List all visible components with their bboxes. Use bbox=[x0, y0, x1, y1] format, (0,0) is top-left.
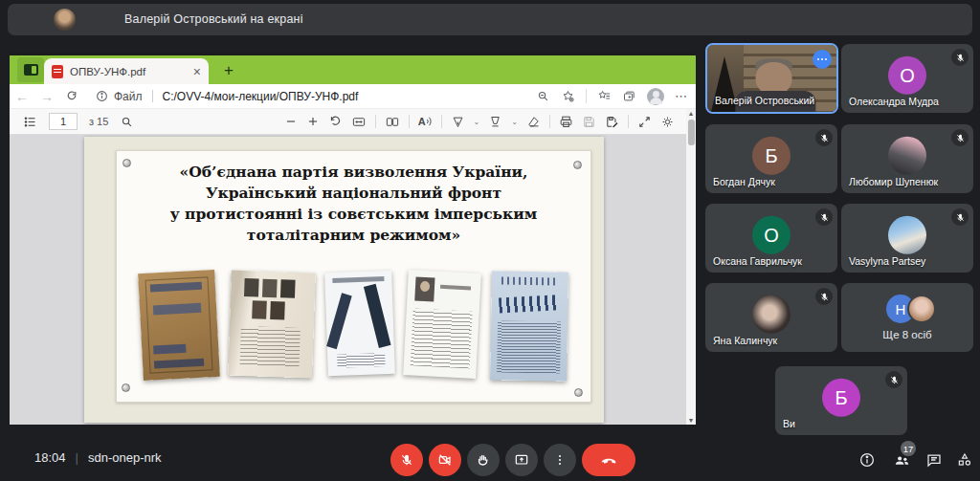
toolbar-divider bbox=[375, 115, 376, 128]
participant-name: Богдан Дячук bbox=[713, 176, 775, 187]
photo-typewritten-blue-page bbox=[490, 271, 568, 381]
scroll-up-icon[interactable]: ▲ bbox=[686, 110, 696, 117]
photo-publications-collage-page bbox=[324, 271, 395, 376]
pdf-settings-gear-icon[interactable] bbox=[660, 115, 675, 129]
new-tab-button[interactable]: + bbox=[218, 60, 239, 81]
rotate-icon[interactable] bbox=[328, 115, 343, 129]
participant-tile[interactable]: О Олександра Мудра bbox=[841, 44, 973, 113]
zoom-search-icon[interactable] bbox=[536, 89, 550, 103]
participant-tile[interactable]: Любомир Шупенюк bbox=[841, 124, 973, 193]
end-call-button[interactable] bbox=[582, 444, 635, 476]
draw-pen-icon[interactable] bbox=[451, 115, 465, 129]
mic-off-icon bbox=[815, 129, 833, 146]
zoom-out-icon[interactable] bbox=[284, 115, 298, 128]
participant-tile[interactable]: Vasylyna Partsey bbox=[841, 204, 973, 273]
mic-toggle-button[interactable] bbox=[390, 444, 423, 476]
scrollbar-thumb[interactable] bbox=[688, 120, 695, 145]
presenting-banner-text: Валерій Островський на екрані bbox=[124, 12, 303, 26]
tab-close-icon[interactable]: × bbox=[193, 65, 201, 78]
avatar-initial: Б bbox=[752, 137, 791, 175]
collections-icon[interactable] bbox=[622, 89, 636, 103]
overflow-participants-tile[interactable]: Н Ще 8 осіб bbox=[841, 283, 973, 352]
activities-button[interactable] bbox=[954, 449, 975, 470]
meeting-code: sdn-onep-nrk bbox=[88, 450, 162, 465]
participant-name: Оксана Гаврильчук bbox=[713, 255, 802, 267]
camera-toggle-button[interactable] bbox=[429, 444, 461, 476]
presenter-avatar bbox=[54, 9, 76, 31]
present-screen-button[interactable] bbox=[505, 444, 538, 476]
zoom-in-icon[interactable] bbox=[306, 115, 320, 128]
pdf-file-icon bbox=[52, 65, 63, 78]
browser-tab-bar: ОПВУ-УНФ.pdf × + bbox=[10, 55, 696, 84]
toolbar-divider bbox=[586, 89, 587, 103]
workspaces-button[interactable] bbox=[17, 57, 44, 82]
pushpin-icon bbox=[573, 161, 582, 169]
participant-tile[interactable]: Б Богдан Дячук bbox=[705, 124, 837, 193]
page-view-icon[interactable] bbox=[385, 115, 400, 129]
overflow-avatar-pair: Н bbox=[886, 295, 928, 323]
read-aloud-button[interactable]: A bbox=[418, 116, 433, 127]
participants-count-badge: 17 bbox=[901, 441, 916, 456]
participant-tile-presenter[interactable]: Валерій Островський bbox=[705, 43, 838, 114]
mic-off-icon bbox=[885, 371, 902, 388]
highlight-options-chevron-icon[interactable]: ⌄ bbox=[511, 118, 518, 126]
participants-panel-button[interactable]: 17 bbox=[891, 449, 912, 470]
page-total-label: з 15 bbox=[89, 116, 108, 127]
draw-options-chevron-icon[interactable]: ⌄ bbox=[474, 118, 480, 126]
participant-tile[interactable]: Яна Калинчук bbox=[705, 283, 837, 352]
meeting-details-button[interactable] bbox=[857, 449, 878, 470]
address-field[interactable]: Файл C:/OVV-4/мои-лекции/ОПВУ-УНФ.pdf bbox=[96, 90, 358, 103]
add-favorite-icon[interactable] bbox=[561, 89, 575, 103]
toolbar-divider bbox=[628, 115, 629, 128]
pdf-viewer[interactable]: «Об’єднана партія визволення України, Ук… bbox=[10, 135, 696, 425]
refresh-button[interactable] bbox=[59, 90, 84, 103]
page-info-icon[interactable] bbox=[96, 90, 108, 102]
pushpin-icon bbox=[122, 383, 130, 392]
save-icon-disabled bbox=[582, 115, 596, 129]
workspaces-icon bbox=[24, 64, 38, 76]
mic-off-icon bbox=[951, 129, 969, 146]
chat-panel-button[interactable] bbox=[924, 449, 945, 470]
toolbar-divider bbox=[409, 115, 410, 128]
participant-tile[interactable]: О Оксана Гаврильчук bbox=[705, 204, 837, 273]
mic-off-icon bbox=[951, 49, 969, 66]
raise-hand-button[interactable] bbox=[467, 444, 500, 476]
pushpin-icon bbox=[122, 159, 131, 167]
participant-name: Vasylyna Partsey bbox=[849, 255, 925, 267]
table-of-contents-icon[interactable] bbox=[23, 115, 37, 129]
back-button[interactable]: ← bbox=[10, 89, 34, 104]
fit-to-width-icon[interactable] bbox=[351, 115, 367, 129]
self-view-tile[interactable]: Б Ви bbox=[775, 366, 907, 435]
print-icon[interactable] bbox=[559, 115, 573, 129]
avatar-photo bbox=[907, 295, 936, 323]
pdf-search-icon[interactable] bbox=[120, 115, 134, 129]
forward-button[interactable]: → bbox=[34, 89, 59, 104]
toolbar-divider bbox=[549, 115, 550, 128]
meeting-info: 18:04 | sdn-onep-nrk bbox=[34, 450, 162, 465]
pdf-scrollbar[interactable]: ▲ ▼ bbox=[686, 109, 696, 425]
google-meet-window: Валерій Островський на екрані ОПВУ-УНФ.p… bbox=[0, 0, 980, 481]
save-as-icon[interactable] bbox=[605, 115, 619, 129]
fullscreen-icon[interactable] bbox=[637, 115, 652, 129]
browser-tab-active[interactable]: ОПВУ-УНФ.pdf × bbox=[44, 58, 209, 84]
participant-name: Валерій Островський bbox=[715, 95, 814, 106]
tile-more-options-button[interactable] bbox=[813, 50, 832, 69]
eraser-icon[interactable] bbox=[526, 115, 541, 129]
participant-name: Олександра Мудра bbox=[849, 96, 939, 107]
slide-title-card: «Об’єднана партія визволення України, Ук… bbox=[116, 150, 591, 403]
favorites-bar-icon[interactable] bbox=[597, 89, 612, 103]
file-scheme-label: Файл bbox=[114, 90, 143, 103]
browser-menu-icon[interactable]: ⋯ bbox=[675, 89, 688, 103]
avatar-photo bbox=[888, 216, 926, 254]
highlighter-icon[interactable] bbox=[488, 115, 502, 129]
participant-name: Яна Калинчук bbox=[713, 335, 777, 346]
address-divider bbox=[152, 90, 153, 102]
page-number-input[interactable]: 1 bbox=[49, 113, 78, 130]
address-url[interactable]: C:/OVV-4/мои-лекции/ОПВУ-УНФ.pdf bbox=[163, 90, 359, 103]
toolbar-divider bbox=[441, 115, 442, 128]
more-options-button[interactable] bbox=[544, 444, 576, 476]
mic-off-icon bbox=[951, 208, 969, 226]
scroll-down-icon[interactable]: ▼ bbox=[686, 417, 696, 424]
avatar-photo bbox=[752, 295, 791, 334]
profile-avatar-icon[interactable] bbox=[647, 88, 664, 105]
